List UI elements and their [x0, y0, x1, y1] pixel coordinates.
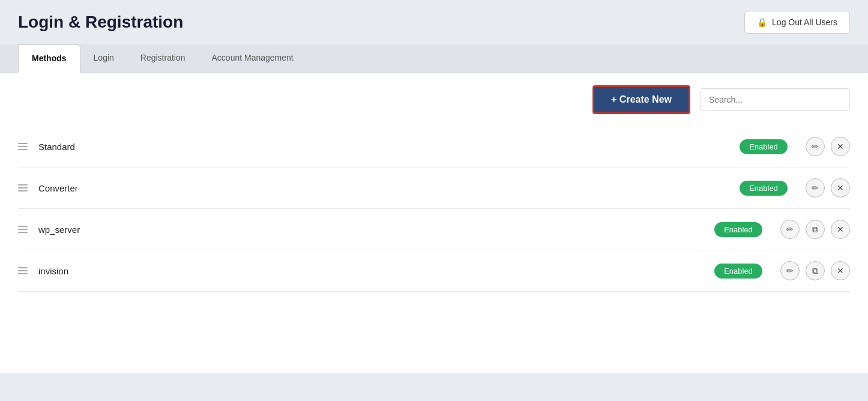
delete-button[interactable]: ✕ — [831, 137, 850, 156]
drag-handle-icon[interactable] — [18, 267, 28, 274]
edit-icon: ✏ — [812, 183, 819, 193]
status-badge: Enabled — [740, 139, 788, 154]
edit-icon: ✏ — [812, 142, 819, 151]
delete-icon: ✕ — [837, 183, 844, 193]
delete-icon: ✕ — [837, 225, 844, 234]
drag-handle-icon[interactable] — [18, 226, 28, 233]
tab-methods[interactable]: Methods — [18, 44, 80, 73]
delete-button[interactable]: ✕ — [831, 178, 850, 197]
status-badge: Enabled — [714, 222, 762, 237]
lock-icon: 🔒 — [757, 17, 767, 27]
edit-button[interactable]: ✏ — [780, 220, 800, 239]
create-new-button[interactable]: + Create New — [592, 85, 690, 114]
tab-account-management[interactable]: Account Management — [199, 44, 307, 73]
edit-button[interactable]: ✏ — [806, 178, 825, 197]
table-row: wp_server Enabled ✏ ⧉ ✕ — [18, 209, 850, 250]
logout-button[interactable]: 🔒 Log Out All Users — [744, 11, 850, 34]
copy-icon: ⧉ — [812, 225, 818, 235]
drag-handle-icon[interactable] — [18, 184, 28, 191]
action-icons: ✏ ⧉ ✕ — [780, 261, 850, 280]
table-row: invision Enabled ✏ ⧉ ✕ — [18, 250, 850, 292]
copy-button[interactable]: ⧉ — [806, 261, 825, 280]
delete-button[interactable]: ✕ — [831, 261, 850, 280]
search-box — [700, 88, 850, 111]
method-name: Converter — [38, 183, 740, 193]
edit-button[interactable]: ✏ — [780, 261, 800, 280]
copy-button[interactable]: ⧉ — [806, 220, 825, 239]
methods-list: Standard Enabled ✏ ✕ Converter Enabled — [18, 126, 850, 292]
table-row: Converter Enabled ✏ ✕ — [18, 167, 850, 209]
search-input[interactable] — [700, 88, 850, 111]
status-badge: Enabled — [714, 264, 762, 279]
tab-registration[interactable]: Registration — [127, 44, 199, 73]
top-bar: Login & Registration 🔒 Log Out All Users — [0, 0, 868, 44]
edit-icon: ✏ — [786, 225, 794, 234]
delete-icon: ✕ — [837, 142, 844, 151]
action-icons: ✏ ✕ — [806, 137, 850, 156]
drag-handle-icon[interactable] — [18, 143, 28, 150]
action-icons: ✏ ✕ — [806, 178, 850, 197]
table-row: Standard Enabled ✏ ✕ — [18, 126, 850, 167]
logout-label: Log Out All Users — [772, 17, 837, 27]
method-name: wp_server — [38, 225, 714, 235]
tabs-bar: Methods Login Registration Account Manag… — [0, 44, 868, 73]
action-icons: ✏ ⧉ ✕ — [780, 220, 850, 239]
method-name: Standard — [38, 142, 740, 152]
delete-icon: ✕ — [837, 266, 844, 276]
method-name: invision — [38, 266, 714, 276]
toolbar: + Create New — [18, 85, 850, 114]
status-badge: Enabled — [740, 181, 788, 196]
main-content: + Create New Standard Enabled ✏ ✕ — [0, 73, 868, 373]
edit-button[interactable]: ✏ — [806, 137, 825, 156]
delete-button[interactable]: ✕ — [831, 220, 850, 239]
edit-icon: ✏ — [786, 266, 794, 276]
page-title: Login & Registration — [18, 13, 183, 32]
create-new-label: + Create New — [611, 94, 672, 105]
copy-icon: ⧉ — [812, 266, 818, 276]
tab-login[interactable]: Login — [80, 44, 127, 73]
